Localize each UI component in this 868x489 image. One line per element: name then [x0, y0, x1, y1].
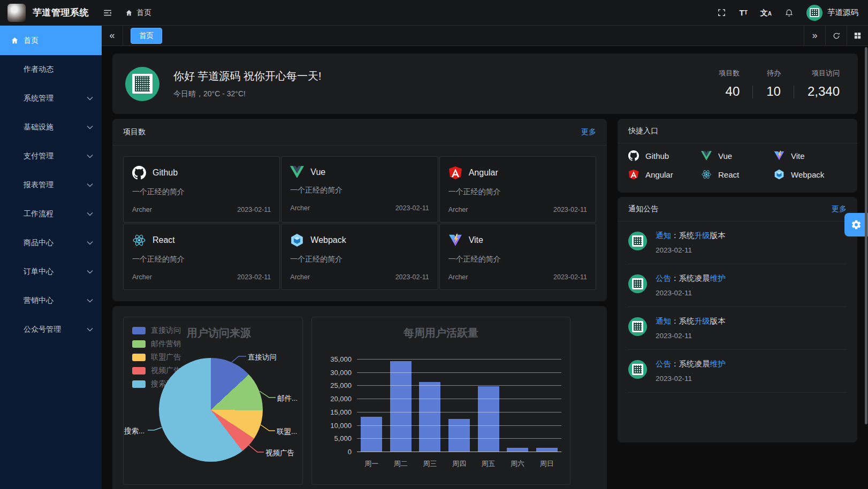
refresh-icon[interactable]: [825, 26, 847, 45]
quick-link-vue[interactable]: Vue: [701, 150, 774, 161]
quick-link-vite[interactable]: Vite: [774, 150, 847, 161]
project-name: React: [153, 235, 175, 245]
project-tile-github[interactable]: Github 一个正经的简介 Archer 2023-02-11: [123, 156, 280, 223]
notice-item[interactable]: 通知：系统升级版本 2023-02-11: [628, 221, 847, 264]
bar-y-axis: 35,00030,00025,00020,00015,00010,0005,00…: [318, 359, 357, 452]
notice-more-link[interactable]: 更多: [832, 204, 847, 214]
bar: [361, 417, 382, 452]
x-tick-label: 周三: [423, 459, 437, 469]
quick-entry-title: 快捷入口: [628, 126, 658, 136]
notice-title: 通知：系统升级版本: [656, 231, 726, 241]
x-tick-label: 周日: [540, 459, 554, 469]
breadcrumb[interactable]: 首页: [125, 8, 151, 18]
notice-item[interactable]: 公告：系统凌晨维护 2023-02-11: [628, 350, 847, 393]
notice-tag: 公告: [656, 360, 671, 368]
project-name: Vite: [469, 235, 483, 245]
project-date: 2023-02-11: [395, 273, 429, 281]
quick-link-github[interactable]: Github: [628, 150, 701, 161]
sidebar-fold-icon[interactable]: [103, 8, 112, 18]
tabs-scroll-right-icon[interactable]: »: [804, 26, 825, 45]
notice-list: 通知：系统升级版本 2023-02-11 公告：系统凌晨维护 2023-02-1…: [618, 221, 857, 393]
y-tick-label: 35,000: [330, 355, 352, 363]
angular-icon: [628, 169, 639, 180]
notice-title: 通知：系统升级版本: [656, 316, 726, 326]
notice-card: 通知公告 更多 通知：系统升级版本 2023-02-11: [618, 197, 857, 442]
tab-home[interactable]: 首页: [131, 28, 162, 44]
projects-card: 项目数 更多 Github 一个正经的简介: [112, 119, 607, 301]
project-date: 2023-02-11: [553, 273, 587, 281]
gridline: [357, 412, 561, 412]
github-icon: [628, 150, 639, 161]
sidebar-item-workflow[interactable]: 工作流程: [0, 200, 102, 228]
vue-icon: [701, 151, 712, 161]
breadcrumb-label: 首页: [136, 8, 151, 18]
x-tick-label: 周一: [364, 459, 378, 469]
sidebar-item-label: 首页: [24, 36, 39, 45]
locale-icon[interactable]: 文A: [760, 9, 772, 17]
fullscreen-icon[interactable]: [717, 8, 726, 17]
layout-grid-icon[interactable]: [847, 26, 868, 45]
sidebar-item-home[interactable]: 首页: [0, 26, 102, 55]
notice-text: 版本: [710, 231, 726, 240]
locale-glyph-main: 文: [760, 9, 768, 17]
chevron-down-icon: [87, 154, 93, 158]
project-tile-react[interactable]: React 一个正经的简介 Archer 2023-02-11: [123, 224, 280, 290]
quick-link-react[interactable]: React: [701, 169, 774, 180]
sidebar-item-infra[interactable]: 基础设施: [0, 113, 102, 142]
y-tick-label: 0: [348, 448, 352, 456]
sidebar-item-product[interactable]: 商品中心: [0, 228, 102, 257]
project-desc: 一个正经的简介: [448, 255, 587, 264]
notice-item[interactable]: 公告：系统凌晨维护 2023-02-11: [628, 264, 847, 307]
notice-tag: 公告: [656, 274, 671, 282]
y-tick-label: 20,000: [330, 395, 352, 403]
notice-keyword: 维护: [710, 274, 726, 282]
x-tick-label: 周四: [452, 459, 466, 469]
bell-icon[interactable]: [785, 8, 794, 18]
project-tile-webpack[interactable]: Webpack 一个正经的简介 Archer 2023-02-11: [281, 224, 438, 290]
project-name: Angular: [469, 168, 498, 178]
font-size-icon[interactable]: TT: [739, 9, 747, 17]
sidebar-item-system[interactable]: 系统管理: [0, 84, 102, 113]
github-icon: [132, 166, 146, 180]
sidebar-item-label: 基础设施: [24, 123, 54, 132]
pie-label: 直接访问: [248, 353, 277, 362]
project-tile-angular[interactable]: Angular 一个正经的简介 Archer 2023-02-11: [439, 156, 596, 223]
gear-icon: [851, 219, 862, 230]
notice-text: ：系统: [671, 231, 695, 240]
font-size-glyph-sub: T: [744, 10, 748, 16]
project-author: Archer: [132, 206, 152, 213]
sidebar-item-pay[interactable]: 支付管理: [0, 142, 102, 171]
stat-projects: 项目数 40: [705, 68, 753, 99]
projects-more-link[interactable]: 更多: [581, 127, 596, 137]
project-author: Archer: [448, 206, 468, 213]
page-scrollbar-thumb[interactable]: [865, 47, 867, 424]
sidebar-item-marketing[interactable]: 营销中心: [0, 286, 102, 315]
user-menu[interactable]: 芋道源码: [806, 5, 858, 21]
quick-link-webpack[interactable]: Webpack: [774, 169, 847, 180]
project-desc: 一个正经的简介: [132, 255, 271, 264]
gridline: [357, 385, 561, 386]
project-date: 2023-02-11: [237, 206, 271, 213]
project-tile-vite[interactable]: Vite 一个正经的简介 Archer 2023-02-11: [439, 224, 596, 290]
sidebar-item-order[interactable]: 订单中心: [0, 257, 102, 286]
notice-item[interactable]: 通知：系统升级版本 2023-02-11: [628, 307, 847, 350]
notice-keyword: 升级: [695, 231, 710, 240]
sidebar-item-wechat[interactable]: 公众号管理: [0, 315, 102, 344]
tabs-scroll-left-icon[interactable]: «: [102, 26, 123, 45]
sidebar-item-label: 订单中心: [24, 267, 54, 277]
stat-label: 项目数: [719, 68, 740, 78]
welcome-stats: 项目数 40 待办 10 项目访问 2,340: [705, 68, 840, 99]
locale-glyph-sub: A: [768, 11, 772, 17]
bar-chart-panel: 每周用户活跃量 35,00030,00025,00020,00015,00010…: [311, 317, 570, 485]
vite-icon: [448, 233, 462, 247]
sidebar-item-author[interactable]: 作者动态: [0, 55, 102, 84]
sidebar-item-report[interactable]: 报表管理: [0, 171, 102, 200]
react-icon: [132, 233, 146, 247]
notice-avatar: [628, 274, 647, 293]
y-tick-label: 15,000: [330, 408, 352, 416]
project-tile-vue[interactable]: Vue 一个正经的简介 Archer 2023-02-11: [281, 156, 438, 223]
stat-visits: 项目访问 2,340: [794, 68, 840, 99]
quick-link-label: Webpack: [791, 170, 824, 179]
quick-link-angular[interactable]: Angular: [628, 169, 701, 180]
charts-card: 用户访问来源 直接访问 邮件营销 联盟广告 视频广告 搜索引擎: [112, 306, 607, 489]
